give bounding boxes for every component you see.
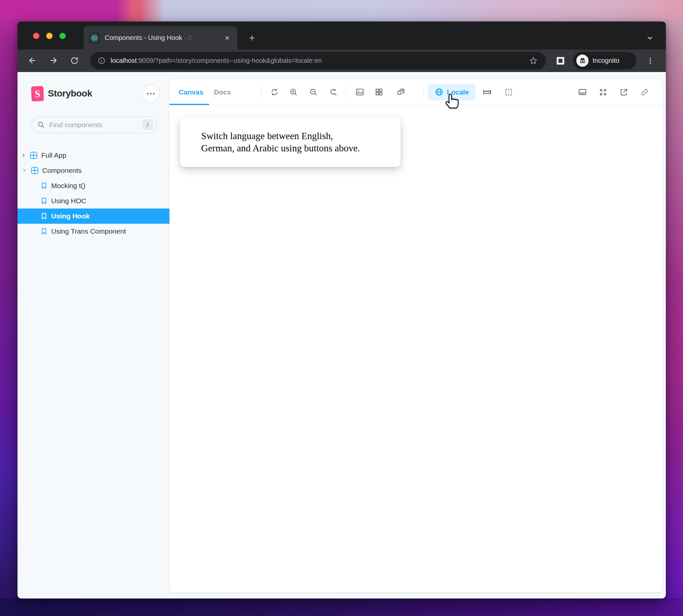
grid-button[interactable] xyxy=(371,84,387,100)
back-button[interactable] xyxy=(24,52,41,69)
tab-search-button[interactable] xyxy=(643,31,657,45)
bookmark-icon xyxy=(40,182,48,189)
cursor-pointer xyxy=(442,91,461,110)
incognito-label: Incognito xyxy=(592,57,619,64)
new-tab-button[interactable] xyxy=(245,31,258,45)
story-canvas: Switch language between English,German, … xyxy=(169,105,662,592)
bookmark-star-button[interactable] xyxy=(527,54,540,67)
tab-docs[interactable]: Docs xyxy=(209,79,236,105)
incognito-icon xyxy=(576,54,589,67)
bookmark-icon xyxy=(40,197,48,204)
external-link-icon xyxy=(620,88,628,96)
reload-icon xyxy=(70,56,79,65)
wallpaper-top-band xyxy=(0,0,683,23)
ruler-icon xyxy=(482,88,492,97)
viewport-button[interactable] xyxy=(393,84,409,100)
zoom-in-icon xyxy=(289,88,298,96)
toolbar-right-group xyxy=(574,84,662,100)
url-text: localhost:9009/?path=/story/components--… xyxy=(111,57,527,64)
tree-story-using-trans-component[interactable]: Using Trans Component xyxy=(18,224,169,239)
bookmark-icon xyxy=(40,228,48,235)
divider xyxy=(423,85,424,99)
browser-tab[interactable]: Components - Using Hook · St xyxy=(84,26,237,49)
close-icon xyxy=(224,35,230,41)
divider xyxy=(346,85,346,99)
wallpaper-left-band xyxy=(0,19,18,616)
brand-row: S Storybook xyxy=(31,84,160,103)
sidebar-menu-button[interactable] xyxy=(142,85,160,103)
zoom-reset-icon xyxy=(329,88,338,96)
image-icon xyxy=(356,88,364,96)
plus-icon xyxy=(248,34,256,42)
url-bar[interactable]: localhost:9009/?path=/story/components--… xyxy=(90,52,546,69)
slash-shortcut-badge: / xyxy=(142,119,153,130)
react-favicon-icon xyxy=(89,32,100,44)
traffic-zoom-button[interactable] xyxy=(60,33,66,39)
canvas-panel: Canvas Docs xyxy=(169,79,662,592)
bottom-panel-icon xyxy=(578,88,587,96)
browser-menu-button[interactable] xyxy=(643,53,658,69)
tree-story-mocking-t[interactable]: Mocking t() xyxy=(18,178,169,193)
tree-story-using-hoc[interactable]: Using HOC xyxy=(18,193,169,208)
traffic-close-button[interactable] xyxy=(33,33,39,39)
kebab-menu-icon xyxy=(646,57,654,65)
outline-button[interactable] xyxy=(501,84,517,100)
tab-title: Components - Using Hook · St xyxy=(105,34,220,42)
search-input[interactable]: Find components / xyxy=(31,116,157,133)
wallpaper-bottom-band xyxy=(0,598,683,616)
zoom-in-button[interactable] xyxy=(286,84,301,100)
site-info-icon[interactable] xyxy=(95,55,107,67)
arrow-left-icon xyxy=(28,56,37,65)
zoom-out-button[interactable] xyxy=(305,84,321,100)
side-panel-button[interactable] xyxy=(552,53,568,69)
link-icon xyxy=(640,88,649,96)
component-icon xyxy=(30,151,38,159)
stacked-frames-icon xyxy=(397,88,405,96)
caret-down-icon xyxy=(23,170,26,172)
tree-group-components[interactable]: Components xyxy=(18,163,169,178)
zoom-reset-button[interactable] xyxy=(325,84,341,100)
tab-strip: Components - Using Hook · St xyxy=(18,21,666,49)
story-text: Switch language between English,German, … xyxy=(201,130,387,154)
remount-button[interactable] xyxy=(267,84,282,100)
caret-right-icon xyxy=(23,154,25,157)
star-icon xyxy=(529,57,538,65)
copy-link-button[interactable] xyxy=(637,84,653,100)
outline-dashed-icon xyxy=(504,88,513,96)
arrow-right-icon xyxy=(49,56,58,65)
sync-icon xyxy=(270,88,279,96)
wallpaper-right-band xyxy=(664,19,683,616)
grid-icon xyxy=(375,88,383,96)
incognito-badge: Incognito xyxy=(573,52,636,69)
tab-canvas[interactable]: Canvas xyxy=(174,79,209,105)
story-card: Switch language between English,German, … xyxy=(180,117,401,167)
search-icon xyxy=(37,121,45,129)
fullscreen-arrows-icon xyxy=(599,88,607,96)
open-canvas-new-tab-button[interactable] xyxy=(616,84,632,100)
canvas-toolbar: Canvas Docs xyxy=(169,79,662,105)
chevron-down-icon xyxy=(646,34,654,42)
brand-title: Storybook xyxy=(48,88,92,99)
storybook-app: S Storybook Find components / Full xyxy=(18,72,666,598)
tab-close-button[interactable] xyxy=(222,33,232,43)
preview-area: Canvas Docs xyxy=(169,72,666,598)
measure-button[interactable] xyxy=(479,84,495,100)
zoom-out-icon xyxy=(309,88,318,96)
reload-button[interactable] xyxy=(66,52,83,69)
panel-position-button[interactable] xyxy=(574,84,590,100)
desktop: Components - Using Hook · St xyxy=(0,0,683,616)
tree-story-using-hook-selected[interactable]: Using Hook xyxy=(18,208,169,224)
fullscreen-button[interactable] xyxy=(595,84,611,100)
divider xyxy=(261,85,261,99)
forward-button[interactable] xyxy=(45,52,62,69)
traffic-minimize-button[interactable] xyxy=(46,33,52,39)
component-icon xyxy=(31,167,39,175)
backgrounds-button[interactable] xyxy=(352,84,368,100)
side-panel-icon xyxy=(555,56,565,66)
component-tree: Full App Components Mocking t() xyxy=(18,148,169,239)
sidebar: S Storybook Find components / Full xyxy=(18,72,169,598)
tree-group-full-app[interactable]: Full App xyxy=(18,148,169,163)
storybook-logo: S xyxy=(31,86,44,101)
search-placeholder: Find components xyxy=(49,121,142,129)
bookmark-icon xyxy=(40,213,48,220)
